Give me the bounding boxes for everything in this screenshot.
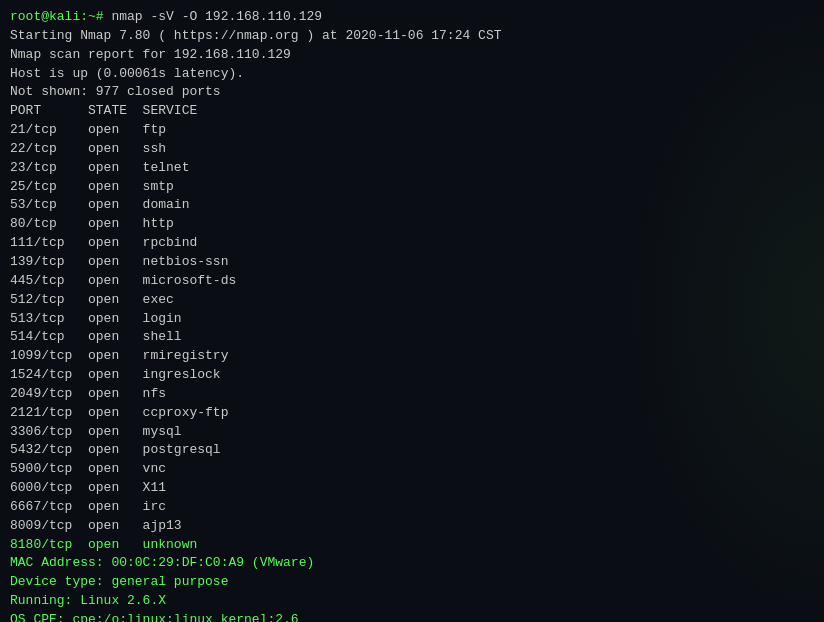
line-text: 8180/tcp open unknown bbox=[10, 537, 197, 552]
terminal-line: 21/tcp open ftp bbox=[10, 121, 814, 140]
line-text: 2121/tcp open ccproxy-ftp bbox=[10, 405, 228, 420]
terminal-line: 513/tcp open login bbox=[10, 310, 814, 329]
terminal-line: 5900/tcp open vnc bbox=[10, 460, 814, 479]
terminal-line: Not shown: 977 closed ports bbox=[10, 83, 814, 102]
terminal-line: 3306/tcp open mysql bbox=[10, 423, 814, 442]
line-text: 513/tcp open login bbox=[10, 311, 182, 326]
terminal-line: 111/tcp open rpcbind bbox=[10, 234, 814, 253]
line-text: 2049/tcp open nfs bbox=[10, 386, 166, 401]
terminal-line: 6000/tcp open X11 bbox=[10, 479, 814, 498]
line-text: Host is up (0.00061s latency). bbox=[10, 66, 244, 81]
line-text: 5432/tcp open postgresql bbox=[10, 442, 221, 457]
terminal-line: Starting Nmap 7.80 ( https://nmap.org ) … bbox=[10, 27, 814, 46]
line-text: OS CPE: cpe:/o:linux:linux_kernel:2.6 bbox=[10, 612, 299, 622]
line-text: 111/tcp open rpcbind bbox=[10, 235, 197, 250]
line-text: MAC Address: 00:0C:29:DF:C0:A9 (VMware) bbox=[10, 555, 314, 570]
terminal-line: 25/tcp open smtp bbox=[10, 178, 814, 197]
line-text: PORT STATE SERVICE bbox=[10, 103, 197, 118]
line-text: 1099/tcp open rmiregistry bbox=[10, 348, 228, 363]
terminal-line: Running: Linux 2.6.X bbox=[10, 592, 814, 611]
terminal-line: PORT STATE SERVICE bbox=[10, 102, 814, 121]
terminal-line: MAC Address: 00:0C:29:DF:C0:A9 (VMware) bbox=[10, 554, 814, 573]
line-text: 53/tcp open domain bbox=[10, 197, 189, 212]
terminal-line: 445/tcp open microsoft-ds bbox=[10, 272, 814, 291]
line-text: Running: Linux 2.6.X bbox=[10, 593, 166, 608]
terminal-line: OS CPE: cpe:/o:linux:linux_kernel:2.6 bbox=[10, 611, 814, 622]
terminal-line: 1524/tcp open ingreslock bbox=[10, 366, 814, 385]
line-text: 445/tcp open microsoft-ds bbox=[10, 273, 236, 288]
terminal-line: 2049/tcp open nfs bbox=[10, 385, 814, 404]
line-text: 22/tcp open ssh bbox=[10, 141, 166, 156]
terminal-line: 5432/tcp open postgresql bbox=[10, 441, 814, 460]
terminal-line: 512/tcp open exec bbox=[10, 291, 814, 310]
terminal-line: 80/tcp open http bbox=[10, 215, 814, 234]
terminal-line: Nmap scan report for 192.168.110.129 bbox=[10, 46, 814, 65]
line-text: 1524/tcp open ingreslock bbox=[10, 367, 221, 382]
line-text: 3306/tcp open mysql bbox=[10, 424, 182, 439]
terminal-line: 53/tcp open domain bbox=[10, 196, 814, 215]
terminal-line: 8009/tcp open ajp13 bbox=[10, 517, 814, 536]
terminal-window: root@kali:~# nmap -sV -O 192.168.110.129… bbox=[0, 0, 824, 622]
line-text: Device type: general purpose bbox=[10, 574, 228, 589]
line-text: 80/tcp open http bbox=[10, 216, 174, 231]
line-text: 6000/tcp open X11 bbox=[10, 480, 166, 495]
line-text: 139/tcp open netbios-ssn bbox=[10, 254, 228, 269]
line-text: 8009/tcp open ajp13 bbox=[10, 518, 182, 533]
line-text: 514/tcp open shell bbox=[10, 329, 182, 344]
line-text: 6667/tcp open irc bbox=[10, 499, 166, 514]
line-text: 21/tcp open ftp bbox=[10, 122, 166, 137]
terminal-line: 6667/tcp open irc bbox=[10, 498, 814, 517]
line-text: 5900/tcp open vnc bbox=[10, 461, 166, 476]
terminal-line: 2121/tcp open ccproxy-ftp bbox=[10, 404, 814, 423]
terminal-line: 22/tcp open ssh bbox=[10, 140, 814, 159]
line-text: Starting Nmap 7.80 ( https://nmap.org ) … bbox=[10, 28, 501, 43]
line-text: 512/tcp open exec bbox=[10, 292, 174, 307]
terminal-line: 23/tcp open telnet bbox=[10, 159, 814, 178]
terminal-line: Device type: general purpose bbox=[10, 573, 814, 592]
terminal-content: root@kali:~# nmap -sV -O 192.168.110.129… bbox=[10, 8, 814, 622]
line-text: Nmap scan report for 192.168.110.129 bbox=[10, 47, 291, 62]
prompt: root@kali:~# bbox=[10, 9, 111, 24]
line-text: 23/tcp open telnet bbox=[10, 160, 189, 175]
terminal-line: 139/tcp open netbios-ssn bbox=[10, 253, 814, 272]
terminal-line: 514/tcp open shell bbox=[10, 328, 814, 347]
line-text: Not shown: 977 closed ports bbox=[10, 84, 221, 99]
line-text: 25/tcp open smtp bbox=[10, 179, 174, 194]
command-text: nmap -sV -O 192.168.110.129 bbox=[111, 9, 322, 24]
terminal-line: 8180/tcp open unknown bbox=[10, 536, 814, 555]
terminal-line: Host is up (0.00061s latency). bbox=[10, 65, 814, 84]
terminal-line: root@kali:~# nmap -sV -O 192.168.110.129 bbox=[10, 8, 814, 27]
terminal-line: 1099/tcp open rmiregistry bbox=[10, 347, 814, 366]
